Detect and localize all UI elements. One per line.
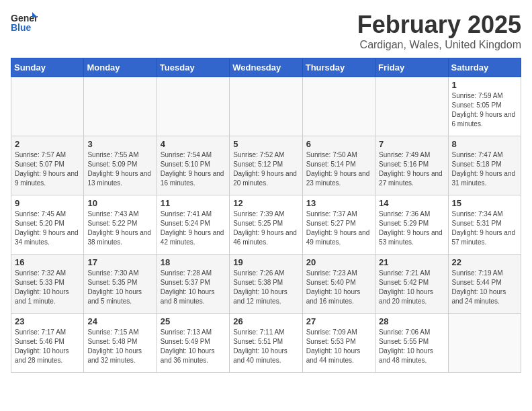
calendar-cell-w4-d2: 25Sunrise: 7:13 AM Sunset: 5:49 PM Dayli…	[157, 314, 229, 373]
day-number: 3	[87, 139, 152, 149]
day-number: 13	[306, 198, 371, 208]
day-info: Sunrise: 7:43 AM Sunset: 5:22 PM Dayligh…	[87, 210, 152, 247]
day-info: Sunrise: 7:47 AM Sunset: 5:18 PM Dayligh…	[452, 150, 517, 188]
calendar-cell-w0-d0	[11, 77, 84, 136]
calendar-week-1: 2Sunrise: 7:57 AM Sunset: 5:07 PM Daylig…	[11, 136, 521, 195]
day-info: Sunrise: 7:11 AM Sunset: 5:51 PM Dayligh…	[233, 328, 298, 365]
day-number: 14	[379, 198, 444, 208]
day-number: 17	[87, 257, 152, 267]
calendar-cell-w2-d2: 11Sunrise: 7:41 AM Sunset: 5:24 PM Dayli…	[157, 195, 229, 255]
day-info: Sunrise: 7:41 AM Sunset: 5:24 PM Dayligh…	[161, 210, 226, 247]
day-number: 27	[306, 316, 371, 326]
calendar-cell-w2-d0: 9Sunrise: 7:45 AM Sunset: 5:20 PM Daylig…	[11, 195, 84, 255]
day-info: Sunrise: 7:59 AM Sunset: 5:05 PM Dayligh…	[452, 91, 517, 129]
calendar-table: Sunday Monday Tuesday Wednesday Thursday…	[11, 58, 521, 373]
calendar-cell-w1-d2: 4Sunrise: 7:54 AM Sunset: 5:10 PM Daylig…	[157, 136, 229, 195]
day-number: 22	[452, 257, 517, 267]
calendar-cell-w0-d6: 1Sunrise: 7:59 AM Sunset: 5:05 PM Daylig…	[448, 77, 521, 136]
day-number: 4	[161, 139, 226, 149]
day-number: 2	[15, 139, 80, 149]
header-tuesday: Tuesday	[157, 58, 229, 77]
calendar-cell-w1-d1: 3Sunrise: 7:55 AM Sunset: 5:09 PM Daylig…	[84, 136, 157, 195]
day-info: Sunrise: 7:50 AM Sunset: 5:14 PM Dayligh…	[306, 150, 371, 188]
day-number: 15	[452, 198, 517, 208]
header-sunday: Sunday	[11, 58, 84, 77]
calendar-cell-w1-d5: 7Sunrise: 7:49 AM Sunset: 5:16 PM Daylig…	[375, 136, 448, 195]
calendar-cell-w2-d1: 10Sunrise: 7:43 AM Sunset: 5:22 PM Dayli…	[84, 195, 157, 255]
day-info: Sunrise: 7:30 AM Sunset: 5:35 PM Dayligh…	[87, 269, 152, 306]
calendar-cell-w0-d5	[375, 77, 448, 136]
day-info: Sunrise: 7:34 AM Sunset: 5:31 PM Dayligh…	[452, 210, 517, 247]
svg-text:Blue: Blue	[11, 22, 32, 33]
header-friday: Friday	[375, 58, 448, 77]
day-info: Sunrise: 7:15 AM Sunset: 5:48 PM Dayligh…	[87, 328, 152, 365]
day-info: Sunrise: 7:19 AM Sunset: 5:44 PM Dayligh…	[452, 269, 517, 306]
day-info: Sunrise: 7:37 AM Sunset: 5:27 PM Dayligh…	[306, 210, 371, 247]
day-info: Sunrise: 7:55 AM Sunset: 5:09 PM Dayligh…	[87, 150, 152, 188]
calendar-cell-w3-d3: 19Sunrise: 7:26 AM Sunset: 5:38 PM Dayli…	[230, 255, 302, 314]
calendar-cell-w2-d5: 14Sunrise: 7:36 AM Sunset: 5:29 PM Dayli…	[375, 195, 448, 255]
day-number: 26	[233, 316, 298, 326]
calendar-cell-w1-d0: 2Sunrise: 7:57 AM Sunset: 5:07 PM Daylig…	[11, 136, 84, 195]
header-saturday: Saturday	[448, 58, 521, 77]
calendar-subtitle: Cardigan, Wales, United Kingdom	[357, 39, 521, 51]
calendar-cell-w3-d5: 21Sunrise: 7:21 AM Sunset: 5:42 PM Dayli…	[375, 255, 448, 314]
day-number: 7	[379, 139, 444, 149]
header-wednesday: Wednesday	[230, 58, 302, 77]
day-number: 20	[306, 257, 371, 267]
day-number: 25	[161, 316, 226, 326]
calendar-cell-w3-d2: 18Sunrise: 7:28 AM Sunset: 5:37 PM Dayli…	[157, 255, 229, 314]
calendar-cell-w4-d1: 24Sunrise: 7:15 AM Sunset: 5:48 PM Dayli…	[84, 314, 157, 373]
calendar-cell-w2-d4: 13Sunrise: 7:37 AM Sunset: 5:27 PM Dayli…	[302, 195, 375, 255]
day-info: Sunrise: 7:09 AM Sunset: 5:53 PM Dayligh…	[306, 328, 371, 365]
day-number: 24	[87, 316, 152, 326]
calendar-cell-w1-d4: 6Sunrise: 7:50 AM Sunset: 5:14 PM Daylig…	[302, 136, 375, 195]
day-info: Sunrise: 7:57 AM Sunset: 5:07 PM Dayligh…	[15, 150, 80, 188]
day-info: Sunrise: 7:13 AM Sunset: 5:49 PM Dayligh…	[161, 328, 226, 365]
calendar-cell-w3-d1: 17Sunrise: 7:30 AM Sunset: 5:35 PM Dayli…	[84, 255, 157, 314]
calendar-cell-w3-d0: 16Sunrise: 7:32 AM Sunset: 5:33 PM Dayli…	[11, 255, 84, 314]
day-info: Sunrise: 7:52 AM Sunset: 5:12 PM Dayligh…	[233, 150, 298, 188]
title-block: February 2025 Cardigan, Wales, United Ki…	[357, 11, 521, 51]
header-monday: Monday	[84, 58, 157, 77]
day-number: 6	[306, 139, 371, 149]
day-number: 19	[233, 257, 298, 267]
calendar-cell-w4-d3: 26Sunrise: 7:11 AM Sunset: 5:51 PM Dayli…	[230, 314, 302, 373]
day-number: 9	[15, 198, 80, 208]
day-info: Sunrise: 7:17 AM Sunset: 5:46 PM Dayligh…	[15, 328, 80, 365]
calendar-cell-w1-d6: 8Sunrise: 7:47 AM Sunset: 5:18 PM Daylig…	[448, 136, 521, 195]
day-info: Sunrise: 7:45 AM Sunset: 5:20 PM Dayligh…	[15, 210, 80, 247]
calendar-header-row: Sunday Monday Tuesday Wednesday Thursday…	[11, 58, 521, 77]
day-info: Sunrise: 7:26 AM Sunset: 5:38 PM Dayligh…	[233, 269, 298, 306]
calendar-week-0: 1Sunrise: 7:59 AM Sunset: 5:05 PM Daylig…	[11, 77, 521, 136]
calendar-cell-w2-d3: 12Sunrise: 7:39 AM Sunset: 5:25 PM Dayli…	[230, 195, 302, 255]
calendar-cell-w3-d6: 22Sunrise: 7:19 AM Sunset: 5:44 PM Dayli…	[448, 255, 521, 314]
calendar-cell-w4-d6	[448, 314, 521, 373]
calendar-cell-w0-d4	[302, 77, 375, 136]
header: General Blue February 2025 Cardigan, Wal…	[11, 11, 521, 51]
logo: General Blue	[11, 11, 38, 35]
calendar-cell-w0-d3	[230, 77, 302, 136]
calendar-cell-w1-d3: 5Sunrise: 7:52 AM Sunset: 5:12 PM Daylig…	[230, 136, 302, 195]
day-number: 8	[452, 139, 517, 149]
calendar-cell-w0-d2	[157, 77, 229, 136]
calendar-week-3: 16Sunrise: 7:32 AM Sunset: 5:33 PM Dayli…	[11, 255, 521, 314]
day-info: Sunrise: 7:32 AM Sunset: 5:33 PM Dayligh…	[15, 269, 80, 306]
calendar-cell-w4-d0: 23Sunrise: 7:17 AM Sunset: 5:46 PM Dayli…	[11, 314, 84, 373]
logo-icon: General Blue	[11, 11, 38, 35]
day-info: Sunrise: 7:36 AM Sunset: 5:29 PM Dayligh…	[379, 210, 444, 247]
day-number: 10	[87, 198, 152, 208]
calendar-cell-w0-d1	[84, 77, 157, 136]
day-info: Sunrise: 7:39 AM Sunset: 5:25 PM Dayligh…	[233, 210, 298, 247]
day-info: Sunrise: 7:23 AM Sunset: 5:40 PM Dayligh…	[306, 269, 371, 306]
day-number: 23	[15, 316, 80, 326]
day-number: 18	[161, 257, 226, 267]
calendar-week-2: 9Sunrise: 7:45 AM Sunset: 5:20 PM Daylig…	[11, 195, 521, 255]
day-number: 12	[233, 198, 298, 208]
day-info: Sunrise: 7:28 AM Sunset: 5:37 PM Dayligh…	[161, 269, 226, 306]
calendar-cell-w4-d4: 27Sunrise: 7:09 AM Sunset: 5:53 PM Dayli…	[302, 314, 375, 373]
calendar-cell-w3-d4: 20Sunrise: 7:23 AM Sunset: 5:40 PM Dayli…	[302, 255, 375, 314]
calendar-title: February 2025	[357, 11, 521, 39]
day-info: Sunrise: 7:06 AM Sunset: 5:55 PM Dayligh…	[379, 328, 444, 365]
calendar-cell-w4-d5: 28Sunrise: 7:06 AM Sunset: 5:55 PM Dayli…	[375, 314, 448, 373]
